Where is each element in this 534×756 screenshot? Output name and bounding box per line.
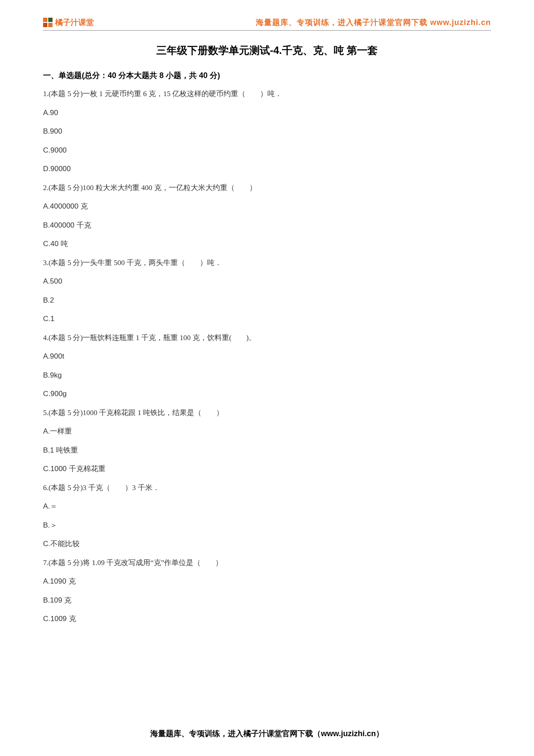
question-option: C.1009 克 bbox=[43, 613, 491, 625]
question-option: A.＝ bbox=[43, 501, 491, 512]
question-option: A.一样重 bbox=[43, 426, 491, 437]
page-footer: 海量题库、专项训练，进入橘子汁课堂官网下载（www.juzizhi.cn） bbox=[0, 728, 534, 739]
question-option: B.1 吨铁重 bbox=[43, 445, 491, 456]
header-link-text: 海量题库、专项训练，进入橘子汁课堂官网下载 www.juzizhi.cn bbox=[256, 17, 491, 28]
question-option: A.4000000 克 bbox=[43, 201, 491, 212]
question-text: 4.(本题 5 分)一瓶饮料连瓶重 1 千克，瓶重 100 克，饮料重( )。 bbox=[43, 332, 491, 344]
question-option: C.1 bbox=[43, 313, 491, 325]
question-option: B.2 bbox=[43, 295, 491, 306]
question-option: C.不能比较 bbox=[43, 538, 491, 550]
question-text: 2.(本题 5 分)100 粒大米大约重 400 克，一亿粒大米大约重（ ） bbox=[43, 182, 491, 194]
question-option: A.1090 克 bbox=[43, 576, 491, 587]
question-option: D.90000 bbox=[43, 163, 491, 175]
svg-rect-2 bbox=[43, 23, 47, 27]
question-option: B.109 克 bbox=[43, 595, 491, 606]
page-header: 橘子汁课堂 海量题库、专项训练，进入橘子汁课堂官网下载 www.juzizhi.… bbox=[43, 17, 491, 31]
question-option: C.9000 bbox=[43, 145, 491, 156]
question-option: A.900t bbox=[43, 351, 491, 362]
logo-text: 橘子汁课堂 bbox=[55, 17, 94, 28]
svg-rect-0 bbox=[43, 18, 47, 22]
logo-section: 橘子汁课堂 bbox=[43, 17, 94, 28]
svg-rect-3 bbox=[48, 23, 53, 27]
logo-icon bbox=[43, 18, 53, 27]
question-option: A.500 bbox=[43, 276, 491, 287]
questions-container: 1.(本题 5 分)一枚 1 元硬币约重 6 克，15 亿枚这样的硬币约重（ ）… bbox=[43, 88, 491, 625]
question-option: C.1000 千克棉花重 bbox=[43, 463, 491, 475]
page-container: 橘子汁课堂 海量题库、专项训练，进入橘子汁课堂官网下载 www.juzizhi.… bbox=[0, 0, 534, 645]
question-text: 6.(本题 5 分)3 千克（ ）3 千米． bbox=[43, 482, 491, 494]
question-option: C.900g bbox=[43, 388, 491, 400]
question-option: C.40 吨 bbox=[43, 238, 491, 250]
question-text: 5.(本题 5 分)1000 千克棉花跟 1 吨铁比，结果是（ ） bbox=[43, 407, 491, 419]
question-text: 3.(本题 5 分)一头牛重 500 千克，两头牛重（ ）吨． bbox=[43, 257, 491, 269]
question-option: B.400000 千克 bbox=[43, 220, 491, 231]
svg-rect-1 bbox=[48, 18, 53, 22]
question-option: B.＞ bbox=[43, 520, 491, 531]
question-option: B.900 bbox=[43, 126, 491, 137]
question-text: 7.(本题 5 分)将 1.09 千克改写成用“克”作单位是（ ） bbox=[43, 557, 491, 569]
question-text: 1.(本题 5 分)一枚 1 元硬币约重 6 克，15 亿枚这样的硬币约重（ ）… bbox=[43, 88, 491, 100]
question-option: A.90 bbox=[43, 107, 491, 119]
question-option: B.9kg bbox=[43, 370, 491, 381]
document-title: 三年级下册数学单元测试-4.千克、克、吨 第一套 bbox=[43, 44, 491, 57]
section-heading: 一、单选题(总分：40 分本大题共 8 小题，共 40 分) bbox=[43, 70, 491, 81]
